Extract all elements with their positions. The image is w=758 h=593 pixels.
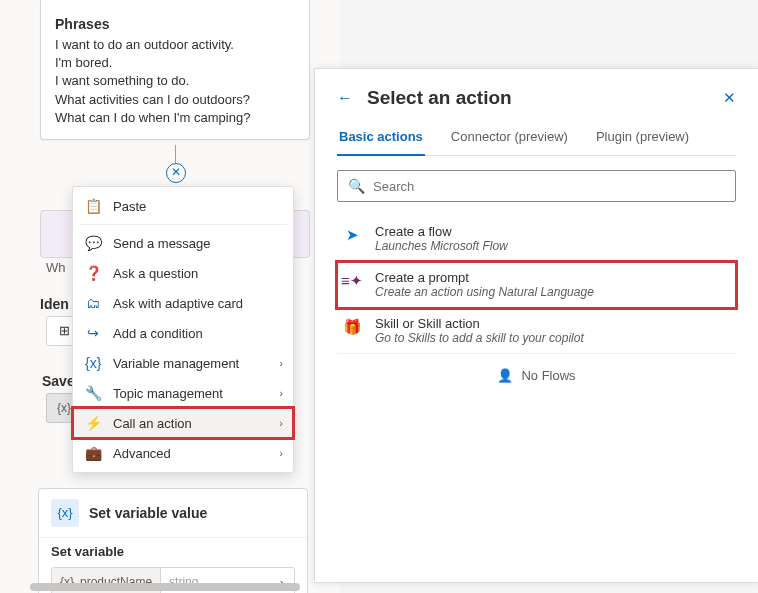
person-icon: 👤	[497, 368, 513, 383]
set-variable-sublabel: Set variable	[39, 538, 307, 563]
search-box[interactable]: 🔍	[337, 170, 736, 202]
menu-item-ask-a-question[interactable]: ❓Ask a question	[73, 258, 293, 288]
panel-header: ← Select an action ✕	[337, 87, 736, 109]
tab-connector-preview-[interactable]: Connector (preview)	[449, 123, 570, 155]
action-title: Skill or Skill action	[375, 316, 584, 331]
menu-divider	[79, 224, 287, 225]
paste-icon: 📋	[85, 198, 101, 214]
set-variable-title: Set variable value	[89, 505, 207, 521]
menu-item-call-an-action[interactable]: ⚡Call an action›	[73, 408, 293, 438]
menu-item-variable-management[interactable]: {x}Variable management›	[73, 348, 293, 378]
action-title: Create a flow	[375, 224, 508, 239]
close-icon[interactable]: ✕	[723, 89, 736, 107]
truncated-label: Wh	[46, 260, 66, 275]
tab-plugin-preview-[interactable]: Plugin (preview)	[594, 123, 691, 155]
no-flows: 👤 No Flows	[337, 354, 736, 397]
send-a-message-icon: 💬	[85, 235, 101, 251]
menu-item-label: Topic management	[113, 386, 223, 401]
menu-item-label: Paste	[113, 199, 146, 214]
action-subtitle: Create an action using Natural Language	[375, 285, 594, 299]
set-variable-card[interactable]: {x} Set variable value Set variable {x} …	[38, 488, 308, 593]
phrases-heading: Phrases	[55, 16, 295, 32]
chevron-right-icon: ›	[279, 357, 283, 369]
action-text: Skill or Skill actionGo to Skills to add…	[375, 316, 584, 345]
variable-icon: {x}	[51, 499, 79, 527]
tab-basic-actions[interactable]: Basic actions	[337, 123, 425, 156]
menu-item-ask-with-adaptive-card[interactable]: 🗂Ask with adaptive card	[73, 288, 293, 318]
action-create-a-prompt[interactable]: ≡✦Create a promptCreate an action using …	[337, 262, 736, 308]
phrase-line: What activities can I do outdoors?	[55, 91, 295, 109]
ask-a-question-icon: ❓	[85, 265, 101, 281]
action-create-a-flow[interactable]: ➤Create a flowLaunches Microsoft Flow	[337, 216, 736, 262]
phrase-line: I want something to do.	[55, 72, 295, 90]
action-subtitle: Go to Skills to add a skill to your copi…	[375, 331, 584, 345]
menu-item-add-a-condition[interactable]: ↪Add a condition	[73, 318, 293, 348]
ask-with-adaptive-card-icon: 🗂	[85, 295, 101, 311]
create-a-flow-icon: ➤	[341, 224, 363, 246]
save-label: Save	[42, 373, 75, 389]
menu-item-paste[interactable]: 📋Paste	[73, 191, 293, 221]
skill-or-skill-action-icon: 🎁	[341, 316, 363, 338]
action-title: Create a prompt	[375, 270, 594, 285]
call-an-action-icon: ⚡	[85, 415, 101, 431]
action-subtitle: Launches Microsoft Flow	[375, 239, 508, 253]
menu-item-label: Ask a question	[113, 266, 198, 281]
trigger-phrases-card[interactable]: Phrases I want to do an outdoor activity…	[40, 0, 310, 140]
action-skill-or-skill-action[interactable]: 🎁Skill or Skill actionGo to Skills to ad…	[337, 308, 736, 354]
set-variable-header: {x} Set variable value	[39, 489, 307, 538]
menu-item-label: Add a condition	[113, 326, 203, 341]
chevron-right-icon: ›	[279, 387, 283, 399]
horizontal-scrollbar[interactable]	[30, 583, 300, 591]
menu-item-label: Ask with adaptive card	[113, 296, 243, 311]
back-arrow-icon[interactable]: ←	[337, 89, 353, 107]
no-flows-label: No Flows	[521, 368, 575, 383]
phrase-line: I'm bored.	[55, 54, 295, 72]
menu-item-label: Variable management	[113, 356, 239, 371]
topic-management-icon: 🔧	[85, 385, 101, 401]
menu-item-send-a-message[interactable]: 💬Send a message	[73, 228, 293, 258]
panel-title: Select an action	[367, 87, 709, 109]
select-action-panel: ← Select an action ✕ Basic actionsConnec…	[314, 68, 758, 583]
phrase-line: What can I do when I'm camping?	[55, 109, 295, 127]
identify-label: Iden	[40, 296, 69, 312]
variable-management-icon: {x}	[85, 355, 101, 371]
connector-line	[175, 145, 176, 165]
menu-item-label: Advanced	[113, 446, 171, 461]
menu-item-label: Send a message	[113, 236, 211, 251]
chevron-right-icon: ›	[279, 417, 283, 429]
action-text: Create a flowLaunches Microsoft Flow	[375, 224, 508, 253]
action-text: Create a promptCreate an action using Na…	[375, 270, 594, 299]
search-icon: 🔍	[348, 178, 365, 194]
phrase-line: I want to do an outdoor activity.	[55, 36, 295, 54]
menu-item-advanced[interactable]: 💼Advanced›	[73, 438, 293, 468]
add-a-condition-icon: ↪	[85, 325, 101, 341]
add-node-chip[interactable]: ✕	[166, 163, 186, 183]
advanced-icon: 💼	[85, 445, 101, 461]
create-a-prompt-icon: ≡✦	[341, 270, 363, 292]
search-input[interactable]	[373, 179, 725, 194]
menu-item-topic-management[interactable]: 🔧Topic management›	[73, 378, 293, 408]
context-menu: 📋Paste💬Send a message❓Ask a question🗂Ask…	[72, 186, 294, 473]
tabs: Basic actionsConnector (preview)Plugin (…	[337, 123, 736, 156]
chevron-right-icon: ›	[279, 447, 283, 459]
menu-item-label: Call an action	[113, 416, 192, 431]
actions-list: ➤Create a flowLaunches Microsoft Flow≡✦C…	[337, 216, 736, 354]
